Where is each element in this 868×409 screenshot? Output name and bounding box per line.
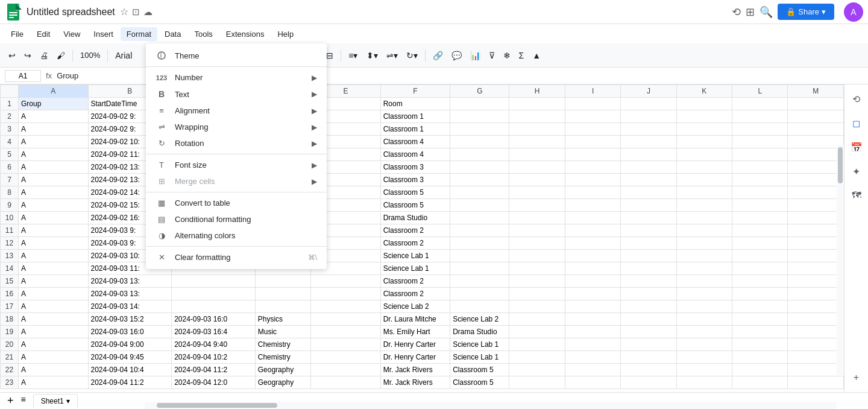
- cell-E22[interactable]: [311, 364, 381, 376]
- all-sheets-button[interactable]: ≡: [19, 395, 28, 407]
- cell-H3[interactable]: [509, 123, 565, 136]
- cell-H22[interactable]: [509, 364, 565, 376]
- row-header-8[interactable]: 8: [1, 186, 19, 199]
- cell-K20[interactable]: [676, 338, 732, 351]
- row-header-21[interactable]: 21: [1, 351, 19, 364]
- cell-H21[interactable]: [509, 351, 565, 364]
- sidebar-tasks-icon[interactable]: ◻: [847, 113, 866, 133]
- cell-J7[interactable]: [621, 174, 676, 186]
- cell-A21[interactable]: A: [19, 351, 89, 364]
- wrap-button[interactable]: ⇌▾: [383, 48, 401, 63]
- cell-I10[interactable]: [565, 212, 620, 224]
- cell-M11[interactable]: [788, 224, 844, 237]
- cell-L21[interactable]: [732, 351, 788, 364]
- row-header-4[interactable]: 4: [1, 136, 19, 148]
- cell-G2[interactable]: [450, 110, 509, 123]
- rotate-button[interactable]: ↻▾: [403, 48, 421, 63]
- menubar-item-extensions[interactable]: Extensions: [220, 27, 271, 41]
- cell-J9[interactable]: [621, 199, 676, 212]
- cell-F12[interactable]: Classroom 2: [380, 237, 450, 250]
- cell-G22[interactable]: Classroom 5: [450, 364, 509, 376]
- horizontal-scroll-thumb[interactable]: [157, 403, 277, 408]
- cell-I17[interactable]: [565, 300, 620, 313]
- add-sheet-button[interactable]: +: [5, 395, 16, 407]
- cell-M1[interactable]: [788, 98, 844, 110]
- cell-I15[interactable]: [565, 275, 620, 288]
- cell-L10[interactable]: [732, 212, 788, 224]
- cell-D16[interactable]: [255, 288, 310, 300]
- col-header-m[interactable]: M: [788, 85, 844, 98]
- cell-J16[interactable]: [621, 288, 676, 300]
- cell-G12[interactable]: [450, 237, 509, 250]
- cell-A20[interactable]: A: [19, 338, 89, 351]
- valign-button[interactable]: ⬍▾: [363, 48, 382, 63]
- cell-E21[interactable]: [311, 351, 381, 364]
- cell-F17[interactable]: Science Lab 2: [380, 300, 450, 313]
- cell-I3[interactable]: [565, 123, 620, 136]
- cell-A16[interactable]: A: [19, 288, 89, 300]
- cell-D22[interactable]: Geography: [255, 364, 310, 376]
- row-header-22[interactable]: 22: [1, 364, 19, 376]
- cell-L12[interactable]: [732, 237, 788, 250]
- menu-item-wrapping[interactable]: ⇌Wrapping▶: [146, 119, 327, 135]
- cell-A6[interactable]: A: [19, 161, 89, 174]
- cell-L3[interactable]: [732, 123, 788, 136]
- cell-G14[interactable]: [450, 262, 509, 275]
- cell-J10[interactable]: [621, 212, 676, 224]
- scroll-thumb[interactable]: [838, 147, 843, 183]
- cell-J3[interactable]: [621, 123, 676, 136]
- cell-M21[interactable]: [788, 351, 844, 364]
- cell-K12[interactable]: [676, 237, 732, 250]
- cell-L9[interactable]: [732, 199, 788, 212]
- avatar[interactable]: A: [844, 2, 863, 22]
- col-header-h[interactable]: H: [509, 85, 565, 98]
- cell-E23[interactable]: [311, 376, 381, 389]
- row-header-15[interactable]: 15: [1, 275, 19, 288]
- cell-F5[interactable]: Classroom 4: [380, 148, 450, 161]
- cell-L22[interactable]: [732, 364, 788, 376]
- cell-B19[interactable]: 2024-09-03 16:0: [88, 326, 172, 338]
- cell-F23[interactable]: Mr. Jack Rivers: [380, 376, 450, 389]
- cell-I18[interactable]: [565, 313, 620, 326]
- zoom-display[interactable]: 100%: [77, 49, 104, 61]
- row-header-6[interactable]: 6: [1, 161, 19, 174]
- cell-F6[interactable]: Classroom 3: [380, 161, 450, 174]
- cell-A10[interactable]: A: [19, 212, 89, 224]
- cell-H20[interactable]: [509, 338, 565, 351]
- cell-G8[interactable]: [450, 186, 509, 199]
- cell-A15[interactable]: A: [19, 275, 89, 288]
- cell-M13[interactable]: [788, 250, 844, 262]
- row-header-17[interactable]: 17: [1, 300, 19, 313]
- cell-M9[interactable]: [788, 199, 844, 212]
- cell-I11[interactable]: [565, 224, 620, 237]
- cell-F9[interactable]: Classroom 5: [380, 199, 450, 212]
- cell-J1[interactable]: [621, 98, 676, 110]
- cell-J2[interactable]: [621, 110, 676, 123]
- cell-K21[interactable]: [676, 351, 732, 364]
- cell-B21[interactable]: 2024-09-04 9:45: [88, 351, 172, 364]
- cell-M4[interactable]: [788, 136, 844, 148]
- cell-G15[interactable]: [450, 275, 509, 288]
- menu-item-font_size[interactable]: TFont size▶: [146, 157, 327, 173]
- cell-G19[interactable]: Drama Studio: [450, 326, 509, 338]
- cell-I1[interactable]: [565, 98, 620, 110]
- cell-G11[interactable]: [450, 224, 509, 237]
- cell-E18[interactable]: [311, 313, 381, 326]
- cell-L7[interactable]: [732, 174, 788, 186]
- sidebar-add-icon[interactable]: +: [847, 368, 866, 387]
- align-button[interactable]: ≡▾: [345, 48, 361, 63]
- folder-icon[interactable]: ⊡: [132, 7, 140, 17]
- cell-I12[interactable]: [565, 237, 620, 250]
- cell-I2[interactable]: [565, 110, 620, 123]
- cell-J22[interactable]: [621, 364, 676, 376]
- cell-C17[interactable]: [172, 300, 256, 313]
- history-icon[interactable]: ⟲: [732, 5, 741, 19]
- cell-L20[interactable]: [732, 338, 788, 351]
- cell-E17[interactable]: [311, 300, 381, 313]
- row-header-11[interactable]: 11: [1, 224, 19, 237]
- cell-I7[interactable]: [565, 174, 620, 186]
- cell-K5[interactable]: [676, 148, 732, 161]
- cell-F21[interactable]: Dr. Henry Carter: [380, 351, 450, 364]
- cell-M2[interactable]: [788, 110, 844, 123]
- cell-K6[interactable]: [676, 161, 732, 174]
